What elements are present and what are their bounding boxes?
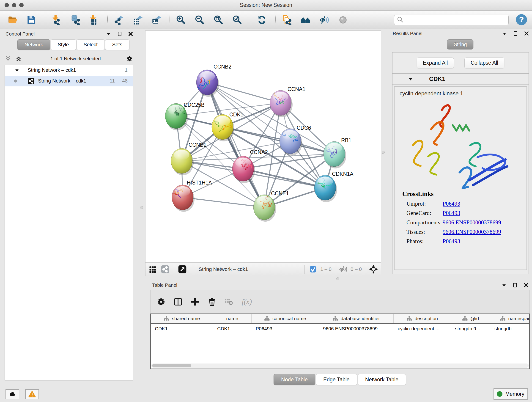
collapse-all-button[interactable]: Collapse All <box>464 57 504 68</box>
table-cell[interactable]: stringdb:9... <box>451 324 490 334</box>
grid-view-icon[interactable] <box>148 265 157 274</box>
control-tab-style[interactable]: Style <box>51 39 76 50</box>
memory-button[interactable]: Memory <box>494 388 528 400</box>
network-node-CCNB1[interactable]: CCNB1 <box>171 142 206 175</box>
panel-menu-arrow-icon[interactable] <box>502 31 507 36</box>
zoom-fit-content-button[interactable] <box>212 13 225 27</box>
tab-network-table[interactable]: Network Table <box>358 374 406 385</box>
column-header-canonical-name[interactable]: canonical name <box>252 314 319 323</box>
crosslink-link[interactable]: 9606.ENSP00000378699 <box>443 229 501 235</box>
network-node-CCNB2[interactable]: CCNB2 <box>196 64 231 97</box>
toggle-visibility-disabled-button[interactable] <box>336 13 350 27</box>
crosslink-link[interactable]: P06493 <box>443 238 460 245</box>
network-row-selected[interactable]: String Network – cdk1 11 48 <box>5 76 133 86</box>
network-canvas[interactable]: CCNB2 CCNA1 CDC25B CDK1 CDC6 <box>145 31 381 263</box>
column-header-shared-name[interactable]: shared name <box>151 314 213 323</box>
network-edge[interactable] <box>222 127 334 154</box>
save-session-button[interactable] <box>25 13 38 27</box>
toolbar-separator <box>275 14 276 26</box>
table-cell[interactable]: stringdb <box>490 324 530 334</box>
table-cell[interactable]: P06493 <box>252 324 319 334</box>
gene-caret-icon[interactable] <box>408 76 413 82</box>
horizontal-splitter-handle[interactable] <box>336 277 339 280</box>
selected-count-checkbox[interactable] <box>308 265 317 274</box>
zoom-in-button[interactable] <box>174 13 187 27</box>
table-row[interactable]: CDK1CDK1P064939606.ENSP00000378699cyclin… <box>151 324 529 334</box>
network-node-CCNA1[interactable]: CCNA1 <box>270 86 305 117</box>
crosslink-link[interactable]: 9606.ENSP00000378699 <box>443 219 501 226</box>
show-all-button[interactable] <box>299 13 312 27</box>
results-tab-string[interactable]: String <box>447 39 473 50</box>
collection-caret-icon[interactable] <box>14 68 19 73</box>
function-builder-icon[interactable]: f(x) <box>241 297 256 307</box>
network-edge[interactable] <box>183 197 264 207</box>
expand-all-button[interactable]: Expand All <box>417 57 454 68</box>
network-graph[interactable]: CCNB2 CCNA1 CDC25B CDK1 CDC6 <box>146 31 381 262</box>
panel-close-icon[interactable] <box>128 31 133 37</box>
gene-section-header[interactable]: CDK1 <box>393 74 529 85</box>
birds-eye-view-icon[interactable] <box>369 265 378 274</box>
network-node-HIST1H1A[interactable]: HIST1H1A <box>172 180 212 212</box>
export-image-button[interactable] <box>149 13 163 27</box>
expand-all-tree-icon[interactable] <box>15 55 22 62</box>
search-box[interactable] <box>394 15 509 25</box>
table-horizontal-scrollbar[interactable] <box>151 364 529 368</box>
network-collection-row[interactable]: String Network – cdk1 1 <box>5 65 133 76</box>
import-network-from-database-button[interactable] <box>68 13 82 27</box>
cloud-status-button[interactable] <box>6 389 19 399</box>
table-cell[interactable]: 9606.ENSP00000378699 <box>319 324 394 334</box>
network-node-RB1[interactable]: RB1 <box>323 137 351 168</box>
zoom-selected-button[interactable] <box>230 13 244 27</box>
table-cell[interactable]: cyclin-dependent ... <box>394 324 451 334</box>
zoom-out-button[interactable] <box>193 13 206 27</box>
panel-float-icon[interactable] <box>512 282 518 288</box>
import-table-from-file-button[interactable] <box>87 13 100 27</box>
panel-float-icon[interactable] <box>513 31 518 36</box>
column-header-name[interactable]: name <box>213 314 252 323</box>
column-header--id[interactable]: @id <box>451 314 490 323</box>
refresh-button[interactable] <box>255 13 268 27</box>
create-column-icon[interactable] <box>190 297 200 307</box>
table-cell[interactable]: CDK1 <box>213 324 252 334</box>
tab-node-table[interactable]: Node Table <box>273 374 315 385</box>
export-network-button[interactable] <box>112 13 125 27</box>
export-table-button[interactable] <box>131 13 144 27</box>
panel-close-icon[interactable] <box>523 282 529 288</box>
crosslink-link[interactable]: P06493 <box>443 201 460 207</box>
panel-menu-arrow-icon[interactable] <box>501 282 507 288</box>
network-node-CDC25B[interactable]: CDC25B <box>165 102 205 130</box>
panel-menu-arrow-icon[interactable] <box>106 31 111 37</box>
warnings-button[interactable] <box>25 389 39 399</box>
right-splitter-handle[interactable] <box>382 151 385 154</box>
open-session-button[interactable] <box>6 13 19 27</box>
hide-selected-button[interactable] <box>317 13 331 27</box>
show-columns-icon[interactable] <box>173 297 183 307</box>
import-network-from-file-button[interactable] <box>50 13 63 27</box>
clone-network-button[interactable] <box>280 13 293 27</box>
control-tab-sets[interactable]: Sets <box>105 39 129 50</box>
column-header-database-identifier[interactable]: database identifier <box>319 314 394 323</box>
table-settings-gear-icon[interactable] <box>156 297 166 307</box>
panel-float-icon[interactable] <box>117 31 122 37</box>
network-node-CDKN1A[interactable]: CDKN1A <box>314 171 354 202</box>
table-cell[interactable]: CDK1 <box>151 324 213 334</box>
left-splitter-handle[interactable] <box>140 206 143 209</box>
network-options-gear-icon[interactable] <box>126 55 133 63</box>
panel-close-icon[interactable] <box>524 31 529 36</box>
column-header-description[interactable]: description <box>394 314 451 323</box>
results-actions: Expand All Collapse All <box>392 52 529 73</box>
delete-column-icon[interactable] <box>207 297 217 307</box>
collapse-all-tree-icon[interactable] <box>5 55 12 62</box>
search-input[interactable] <box>404 15 508 25</box>
control-tab-select[interactable]: Select <box>76 39 105 50</box>
tab-edge-table[interactable]: Edge Table <box>316 374 357 385</box>
scrollbar-thumb[interactable] <box>152 364 191 367</box>
network-edge[interactable] <box>207 82 264 207</box>
control-tab-network[interactable]: Network <box>17 39 50 50</box>
help-button[interactable]: ? <box>515 13 528 26</box>
column-header-namespace[interactable]: namespace <box>490 314 530 323</box>
network-share-icon[interactable] <box>161 265 170 274</box>
crosslink-link[interactable]: P06493 <box>443 210 460 216</box>
delete-table-icon-disabled[interactable] <box>224 297 234 307</box>
detach-view-icon[interactable] <box>178 265 187 274</box>
